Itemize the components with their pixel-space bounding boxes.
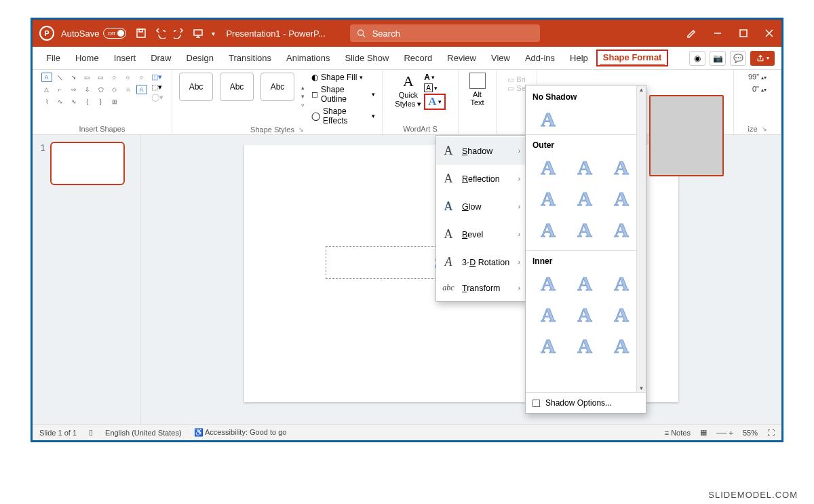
shadow-option[interactable]: A bbox=[532, 270, 564, 297]
shadow-option[interactable]: A bbox=[606, 185, 637, 212]
shadow-option[interactable]: A bbox=[606, 216, 637, 244]
shadow-option[interactable]: A bbox=[606, 154, 637, 181]
scroll-down-icon[interactable]: ▼ bbox=[637, 384, 646, 392]
tab-draw[interactable]: Draw bbox=[144, 50, 178, 66]
tab-view[interactable]: View bbox=[484, 50, 517, 66]
height-spinner[interactable]: 99" ▴▾ bbox=[748, 73, 767, 81]
tab-addins[interactable]: Add-ins bbox=[518, 50, 562, 66]
tab-animations[interactable]: Animations bbox=[279, 50, 336, 66]
fit-to-window-icon[interactable]: ⛶ bbox=[767, 429, 775, 437]
normal-view-icon[interactable]: ▦ bbox=[700, 428, 707, 437]
tab-home[interactable]: Home bbox=[69, 50, 106, 66]
shadow-option-none[interactable]: A bbox=[532, 106, 564, 133]
close-icon[interactable] bbox=[764, 28, 775, 39]
save-icon[interactable] bbox=[136, 28, 147, 39]
tab-file[interactable]: File bbox=[39, 50, 67, 66]
record-shortcut-icon[interactable]: ◉ bbox=[689, 51, 705, 66]
shape-effects-button[interactable]: ◯Shape Effects ▾ bbox=[311, 106, 375, 125]
group-size: 99" ▴▾ 0" ▴▾ ize↘ bbox=[734, 70, 781, 134]
redo-icon[interactable] bbox=[174, 28, 185, 39]
shadow-option[interactable]: A bbox=[606, 332, 637, 360]
send-backward-button[interactable]: ▭ Se bbox=[507, 84, 526, 93]
shape-gallery[interactable]: A＼➘▭▭○○○ △⌐⇨⇩⬠◇☆A ⌇∿∿{}⊞ bbox=[41, 73, 149, 108]
scroll-up-icon[interactable]: ▲ bbox=[637, 85, 646, 94]
quick-styles-button[interactable]: A QuickStyles ▾ bbox=[395, 73, 421, 110]
gallery-header-no-shadow: No Shadow bbox=[532, 90, 639, 106]
text-outline-button[interactable]: A▾ bbox=[424, 83, 445, 92]
shadow-option[interactable]: A bbox=[569, 270, 600, 297]
group-label-size: ize bbox=[748, 125, 757, 133]
style-gallery-expand-icon[interactable]: ▴▾▿ bbox=[301, 73, 305, 120]
textbox-icon[interactable]: ⬚▾ bbox=[151, 83, 163, 92]
tab-transitions[interactable]: Transitions bbox=[222, 50, 278, 66]
tab-design[interactable]: Design bbox=[180, 50, 220, 66]
shadow-option[interactable]: A bbox=[532, 185, 564, 212]
app-window: P AutoSave Off ▾ Presentation1 - PowerP.… bbox=[31, 18, 783, 442]
share-button[interactable]: ▾ bbox=[750, 51, 775, 66]
zoom-slider[interactable]: ── + bbox=[716, 429, 733, 437]
gallery-scrollbar[interactable]: ▲ ▼ bbox=[636, 85, 646, 392]
bring-forward-button[interactable]: ▭ Bri bbox=[507, 75, 526, 84]
shape-outline-button[interactable]: ◻Shape Outline ▾ bbox=[311, 85, 375, 104]
camera-shortcut-icon[interactable]: 📷 bbox=[710, 51, 726, 66]
text-fill-button[interactable]: A▾ bbox=[424, 73, 445, 82]
search-box[interactable] bbox=[350, 24, 540, 42]
chevron-right-icon: › bbox=[518, 175, 520, 182]
menu-item-shadow[interactable]: AShadow› bbox=[436, 137, 526, 165]
merge-icon[interactable]: ◯▾ bbox=[151, 93, 163, 102]
shadow-option[interactable]: A bbox=[569, 332, 600, 360]
search-input[interactable] bbox=[371, 28, 533, 39]
alt-text-button[interactable]: AltText bbox=[469, 73, 486, 106]
shadow-option[interactable]: A bbox=[532, 332, 564, 360]
shadow-option[interactable]: A bbox=[569, 154, 600, 181]
tab-shape-format[interactable]: Shape Format bbox=[596, 50, 669, 66]
slide-thumbnail[interactable]: 1 bbox=[50, 142, 125, 185]
shadow-option[interactable]: A bbox=[532, 154, 564, 181]
accessibility-indicator[interactable]: ♿ Accessibility: Good to go bbox=[194, 428, 287, 437]
menu-item-reflection[interactable]: AReflection› bbox=[436, 165, 526, 193]
shadow-option[interactable]: A bbox=[532, 216, 564, 244]
comments-icon[interactable]: 💬 bbox=[730, 51, 746, 66]
shadow-option[interactable]: A bbox=[569, 185, 600, 212]
tab-record[interactable]: Record bbox=[397, 50, 439, 66]
menu-item-bevel[interactable]: ABevel› bbox=[436, 220, 526, 248]
shadow-option[interactable]: A bbox=[569, 301, 600, 328]
shadow-options-button[interactable]: Shadow Options... bbox=[526, 392, 646, 413]
minimize-icon[interactable] bbox=[712, 28, 723, 39]
autosave-toggle[interactable]: AutoSave Off bbox=[61, 28, 126, 39]
tab-review[interactable]: Review bbox=[440, 50, 483, 66]
tab-help[interactable]: Help bbox=[563, 50, 595, 66]
toggle-switch-icon[interactable]: Off bbox=[103, 28, 126, 39]
shadow-option[interactable]: A bbox=[532, 301, 564, 328]
maximize-icon[interactable] bbox=[738, 28, 749, 39]
zoom-value[interactable]: 55% bbox=[743, 429, 758, 437]
shape-style-preset[interactable]: Abc bbox=[260, 73, 294, 101]
width-spinner[interactable]: 0" ▴▾ bbox=[752, 85, 767, 93]
dialog-launcher-icon[interactable]: ↘ bbox=[762, 125, 767, 132]
menu-item-glow[interactable]: AGlow› bbox=[436, 193, 526, 220]
menu-item-3d-rotation[interactable]: A3-D Rotation› bbox=[436, 248, 526, 276]
book-icon[interactable]: ▯ bbox=[89, 428, 93, 437]
qat-overflow-icon[interactable]: ▾ bbox=[212, 30, 215, 37]
slide-indicator[interactable]: Slide 1 of 1 bbox=[39, 429, 77, 437]
slide-thumbnails-pane[interactable]: 1 bbox=[33, 135, 141, 424]
shadow-option[interactable]: A bbox=[569, 216, 600, 244]
dialog-launcher-icon[interactable]: ↘ bbox=[298, 126, 304, 133]
shape-style-preset[interactable]: Abc bbox=[220, 73, 254, 101]
text-effects-button[interactable]: A▾ bbox=[424, 94, 445, 110]
tab-slideshow[interactable]: Slide Show bbox=[338, 50, 395, 66]
present-icon[interactable] bbox=[193, 28, 204, 39]
shadow-option[interactable]: A bbox=[606, 270, 637, 297]
tab-insert[interactable]: Insert bbox=[107, 50, 143, 66]
menu-item-transform[interactable]: abcTransform› bbox=[436, 276, 526, 300]
window-controls bbox=[686, 28, 775, 39]
ink-icon[interactable] bbox=[686, 28, 697, 39]
scrollbar-thumb[interactable] bbox=[649, 95, 724, 176]
edit-shape-icon[interactable]: ◫▾ bbox=[151, 73, 163, 81]
undo-icon[interactable] bbox=[155, 28, 166, 39]
shape-style-preset[interactable]: Abc bbox=[179, 73, 213, 101]
shadow-option[interactable]: A bbox=[606, 301, 637, 328]
notes-button[interactable]: ≡ Notes bbox=[665, 429, 691, 437]
shape-fill-button[interactable]: ◐Shape Fill ▾ bbox=[311, 73, 375, 82]
language-indicator[interactable]: English (United States) bbox=[105, 429, 182, 437]
